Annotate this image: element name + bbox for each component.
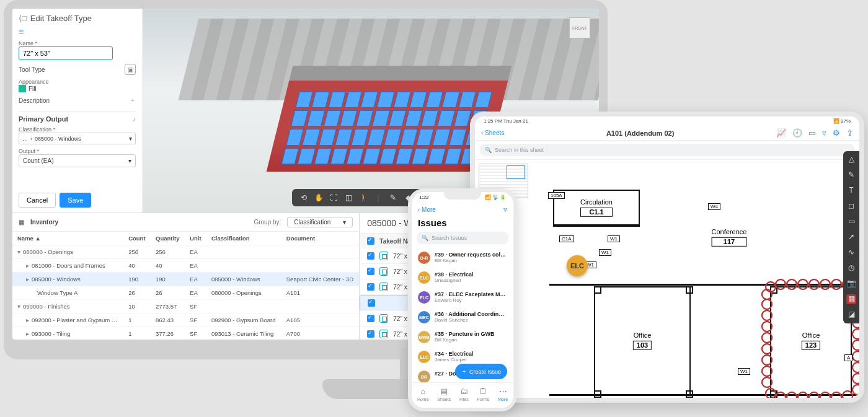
tab-files[interactable]: 🗂Files (459, 387, 469, 402)
classification-breadcrumb[interactable]: …› 085000 - Windows ▾ (19, 133, 136, 144)
export-icon[interactable]: ⇪ (846, 128, 853, 138)
dimension-icon (379, 283, 388, 291)
takeoff-checkbox[interactable] (367, 330, 374, 338)
inventory-row[interactable]: ▸085000 - Windows190190EA085000 - Window… (12, 273, 359, 286)
issue-avatar: GWB (418, 331, 430, 343)
measure-icon[interactable]: ✎ (389, 193, 397, 202)
tablet-back-button[interactable]: ‹ Sheets (481, 129, 504, 136)
group-by-label: Group by: (254, 219, 281, 226)
tablet-status-bar: 1:25 PM Thu Jan 21 📶 97% (475, 116, 859, 126)
output-label: Output (19, 148, 136, 154)
cancel-button[interactable]: Cancel (19, 193, 56, 208)
name-label: Name (19, 40, 136, 46)
orbit-icon[interactable]: ⟲ (299, 193, 308, 202)
issues-search-input[interactable]: 🔍 Search Issues (417, 232, 508, 244)
dimension-icon (379, 314, 388, 323)
inventory-column-header[interactable]: Quantity (151, 232, 185, 245)
pan-icon[interactable]: ✋ (314, 193, 323, 202)
description-label: Description (19, 97, 50, 104)
inventory-grid-icon[interactable]: ▦ (19, 219, 24, 226)
search-icon: 🔍 (422, 235, 428, 241)
tab-forms[interactable]: 🗒Forms (477, 387, 490, 402)
settings-icon[interactable]: ⚙ (833, 128, 840, 138)
issue-row[interactable]: MEC #36 · Additional Coordination for Me… (412, 307, 513, 327)
fit-icon[interactable]: ⛶ (329, 193, 338, 202)
shape2-icon[interactable]: ▭ (846, 217, 856, 227)
tab-sheets[interactable]: ▤Sheets (437, 387, 451, 402)
inventory-row[interactable]: ▾090000 - Finishes102773.57SF (12, 300, 359, 314)
tag-icon[interactable]: ◷ (846, 263, 856, 273)
inventory-row[interactable]: Window Type A2626EA080000 - OpeningsA101 (12, 286, 359, 300)
inventory-title: Inventory (30, 219, 58, 226)
tab-home[interactable]: ⌂Home (417, 387, 429, 402)
sheet-search-input[interactable]: 🔍 Search in this sheet (480, 144, 854, 156)
pen-icon[interactable]: ✎ (846, 170, 856, 180)
issue-row[interactable]: O-R #39 · Owner requests column coverBil… (412, 248, 513, 268)
history-icon[interactable]: 🕘 (792, 128, 802, 138)
line-icon[interactable]: ∿ (846, 248, 856, 258)
highlighted-windows (281, 92, 492, 165)
pointer-icon[interactable]: △ (846, 155, 856, 165)
fill-swatch (19, 85, 26, 92)
view-cube[interactable]: FRONT (569, 17, 590, 38)
select-all-checkbox[interactable] (367, 237, 374, 245)
camera-icon[interactable]: 📷 (846, 279, 856, 289)
issue-avatar: ELC (418, 271, 430, 284)
dimension-icon (379, 252, 388, 260)
inventory-panel: ▦ Inventory Group by: Classification▾ Na… (12, 213, 360, 340)
text-icon[interactable]: T (846, 186, 856, 196)
takeoff-checkbox[interactable] (367, 252, 374, 260)
phone-tab-bar: ⌂Home ▤Sheets 🗂Files 🗒Forms ⋯More (412, 382, 513, 408)
inventory-column-header[interactable]: Name ▲ (12, 232, 123, 245)
walk-icon[interactable]: 🚶 (359, 193, 368, 202)
dimension-icon (379, 330, 388, 338)
tool-type-cube-icon[interactable]: ▣ (125, 64, 136, 75)
graph-icon[interactable]: 📈 (776, 128, 786, 138)
inventory-row[interactable]: ▸092000 - Plaster and Gypsum …1862.43SF0… (12, 314, 359, 327)
fill-chip[interactable]: Fill (19, 85, 136, 92)
issue-row[interactable]: ELC #38 · ElectricalUnassigned (412, 268, 513, 288)
inventory-column-header[interactable]: Count (123, 232, 151, 245)
inventory-column-header[interactable]: Unit (185, 232, 206, 245)
create-issue-button[interactable]: ＋ Create Issue (455, 364, 507, 379)
issue-pin[interactable]: ELC (567, 255, 588, 276)
takeoff-checkbox[interactable] (367, 268, 374, 275)
filter-icon[interactable]: ▿ (822, 128, 826, 138)
takeoff-checkbox[interactable] (367, 315, 374, 322)
list-icon[interactable]: ≡ (19, 27, 136, 37)
filter-icon[interactable]: ▿ (503, 205, 507, 214)
inventory-row[interactable]: ▸093000 - Tiling1377.26SF093013 - Cerami… (12, 327, 359, 340)
more-tool-icon[interactable]: ◪ (846, 310, 856, 320)
takeoff-checkbox[interactable] (367, 283, 374, 291)
save-button[interactable]: Save (60, 193, 91, 208)
screen-icon[interactable]: ▭ (808, 128, 816, 138)
cloud-tool-icon[interactable]: ▦ (846, 294, 856, 304)
appearance-label: Appearance (19, 79, 136, 85)
dimension-icon (379, 267, 388, 276)
issue-row[interactable]: GWB #35 · Puncture in GWBBill Kagan (412, 327, 513, 347)
back-icon[interactable]: ⟨□ (19, 14, 27, 23)
search-icon: 🔍 (485, 147, 492, 153)
sheet-title: A101 (Addendum 02) (606, 129, 674, 137)
shape-icon[interactable]: ◻ (846, 201, 856, 211)
inventory-row[interactable]: ▸081000 - Doors and Frames4040EA (12, 259, 359, 273)
name-input[interactable] (19, 46, 113, 60)
issue-row[interactable]: ELC #37 · ELEC Faceplates MissingEdward … (412, 288, 513, 307)
phone-back-button[interactable]: ‹ More (418, 206, 436, 213)
panel-title: Edit Takeoff Type (30, 14, 92, 23)
arrow-icon[interactable]: ↗ (846, 232, 856, 242)
tab-more[interactable]: ⋯More (498, 387, 508, 402)
takeoff-checkbox[interactable] (368, 299, 375, 307)
add-description-icon[interactable]: ＋ (130, 96, 136, 105)
phone-device: 1:22📶 📡 🔋 ‹ More ▿ Issues 🔍 Search Issue… (408, 188, 517, 411)
section-icon[interactable]: ◫ (344, 193, 353, 202)
output-select[interactable]: Count (EA)▾ (19, 154, 136, 167)
inventory-row[interactable]: ▾080000 - Openings256256EA (12, 245, 359, 259)
group-by-select[interactable]: Classification▾ (287, 217, 353, 227)
issue-avatar: ELC (418, 351, 430, 363)
issue-avatar: O-R (418, 252, 430, 264)
tool-type-label: Tool Type (19, 66, 45, 73)
inventory-column-header[interactable]: Classification (206, 232, 281, 245)
floorplan-canvas[interactable]: CirculationC1.1 Conference117 Office103 … (475, 159, 859, 401)
inventory-column-header[interactable]: Document (281, 232, 360, 245)
